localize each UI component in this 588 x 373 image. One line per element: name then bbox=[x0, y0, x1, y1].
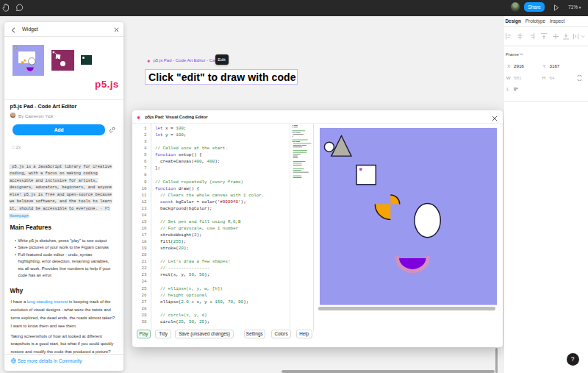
svg-text:✱: ✱ bbox=[147, 59, 151, 63]
svg-text:✱: ✱ bbox=[137, 116, 140, 120]
